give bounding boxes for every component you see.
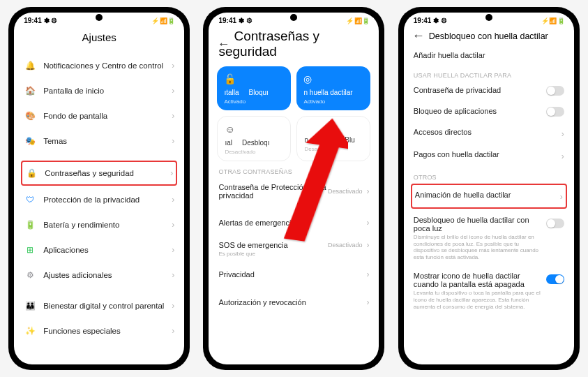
settings-row[interactable]: Alertas de emergencias › [209,212,379,234]
chevron-right-icon: › [172,111,174,121]
back-icon[interactable]: ← [412,29,425,43]
row-label: Protección de la privacidad [43,195,172,204]
chevron-right-icon: › [561,151,564,161]
chevron-right-icon: › [172,86,174,96]
settings-row[interactable]: 🎭 Temas › [14,128,184,154]
row-icon: 🎨 [24,110,36,122]
settings-row[interactable]: ⊞ Aplicaciones › [14,237,184,263]
screen-lock-card[interactable]: 🔓 ıtalla Bloquı Activado [217,66,291,110]
row-icon: 👪 [24,300,36,312]
settings-row[interactable]: 🔔 Notificaciones y Centro de control › [14,53,184,78]
toggle-row[interactable]: Mostrar icono de huella dactilar cuando … [404,266,574,316]
lock-cards-2: ☺ ıal Desbloqı Desactivado n dispositivo… [209,116,379,161]
fingerprint-content[interactable]: Añadir huella dactilar USAR HUELLA DACTI… [404,45,574,364]
fingerprint-card[interactable]: ◎ n huella dactilar Activado [296,66,370,110]
toggle-switch[interactable] [546,107,564,117]
row-label: Ajustes adicionales [43,271,172,279]
face-unlock-card[interactable]: ☺ ıal Desbloqı Desactivado [217,116,291,161]
back-icon[interactable]: ← [217,37,229,52]
screen-3: 19:41 ✽ ⚙ ⚡ 📶 🔋 ← Desbloqueo con huella … [404,13,574,364]
row-icon: ⚙ [24,269,36,281]
row-label: Batería y rendimiento [43,221,172,229]
row-label: Contraseñas y seguridad [45,169,170,177]
toggle-row[interactable]: Contraseña de privacidad [404,80,574,101]
toggle-switch[interactable] [546,86,564,96]
settings-row[interactable]: Pagos con huella dactilar › [404,145,574,167]
row-icon: 🛡 [24,193,36,206]
row-icon: 🎭 [24,135,36,147]
camera-notch [290,14,297,21]
chevron-right-icon: › [172,220,174,230]
section-label: OTROS [404,167,574,182]
chevron-right-icon: › [172,301,174,311]
settings-row[interactable]: SOS de emergencia Desactivado › Es posib… [209,234,379,263]
fingerprint-icon: ◎ [303,73,363,84]
toggle-switch[interactable] [546,274,564,284]
row-icon: ⊞ [24,244,36,256]
row-label: Temas [43,137,172,145]
chevron-right-icon: › [366,240,369,250]
chevron-right-icon: › [172,326,174,336]
chevron-right-icon: › [366,269,369,279]
unlock-icon: 🔓 [224,73,284,84]
screen-2: 19:41 ✽ ⚙ ⚡ 📶 🔋 ← Contraseñas y segurida… [209,13,379,364]
row-icon: ✨ [24,325,36,337]
settings-row[interactable]: 🏠 Pantalla de inicio › [14,78,184,103]
chevron-right-icon: › [170,168,173,178]
authorization-row[interactable]: Autorización y revocación › [209,291,379,313]
settings-row[interactable]: 👪 Bienestar digital y control parental › [14,293,184,318]
bluetooth-unlock-card[interactable]: n dispositivo Blu Desactivado [296,116,370,161]
section-label: USAR HUELLA DACTILAR PARA [404,65,574,80]
settings-list[interactable]: 🔔 Notificaciones y Centro de control › 🏠… [14,47,184,364]
camera-notch [96,14,103,21]
phone-3: 19:41 ✽ ⚙ ⚡ 📶 🔋 ← Desbloqueo con huella … [398,7,580,370]
settings-row[interactable]: 🛡 Protección de la privacidad › [14,187,184,212]
page-title: ← Contraseñas y seguridad [209,26,379,62]
lock-cards: 🔓 ıtalla Bloquı Activado ◎ n huella dact… [209,66,379,110]
face-icon: ☺ [225,124,283,135]
settings-row[interactable]: 🎨 Fondo de pantalla › [14,103,184,128]
phone-1: 19:41 ✽ ⚙ ⚡ 📶 🔋 Ajustes 🔔 Notificaciones… [8,7,190,370]
phone-2: 19:41 ✽ ⚙ ⚡ 📶 🔋 ← Contraseñas y segurida… [203,7,384,370]
chevron-right-icon: › [172,195,174,205]
chevron-right-icon: › [172,136,174,146]
row-label: Fondo de pantalla [43,112,172,120]
passwords-security-row[interactable]: 🔒 Contraseñas y seguridad › [21,161,177,186]
row-label: Aplicaciones [43,246,172,254]
settings-row[interactable]: Accesos directos › [404,122,574,145]
toggle-switch[interactable] [546,219,564,228]
chevron-right-icon: › [366,218,369,228]
settings-row[interactable]: 🔋 Batería y rendimiento › [14,212,184,237]
row-icon: 🔔 [24,59,36,72]
row-label: Pantalla de inicio [43,87,172,95]
row-label: Funciones especiales [43,327,172,335]
fingerprint-animation-row[interactable]: Animación de huella dactilar › [411,184,567,209]
row-icon: 🏠 [24,84,36,97]
toggle-row[interactable]: Bloqueo de aplicaciones [404,101,574,122]
settings-row[interactable]: ⚙ Ajustes adicionales › [14,263,184,288]
privacy-password-row[interactable]: Contraseña de Protección de la privacida… [209,177,379,206]
chevron-right-icon: › [172,61,174,71]
toggle-row[interactable]: Desbloqueo de huella dactilar con poca l… [404,210,574,266]
page-title: ← Desbloqueo con huella dactilar [404,26,574,45]
chevron-right-icon: › [366,297,369,307]
row-label: Bienestar digital y control parental [43,302,172,310]
settings-row[interactable]: Privacidad › [209,263,379,286]
chevron-right-icon: › [561,129,564,139]
chevron-right-icon: › [172,270,174,280]
chevron-right-icon: › [560,192,563,202]
camera-notch [485,14,492,21]
chevron-right-icon: › [366,186,369,196]
settings-row[interactable]: ✨ Funciones especiales › [14,318,184,343]
row-icon: 🔋 [24,219,36,231]
page-title: Ajustes [14,26,184,47]
row-label: Notificaciones y Centro de control [43,61,172,70]
chevron-right-icon: › [172,245,174,255]
add-fingerprint-row[interactable]: Añadir huella dactilar [404,45,574,65]
screen-1: 19:41 ✽ ⚙ ⚡ 📶 🔋 Ajustes 🔔 Notificaciones… [14,13,184,364]
security-content[interactable]: 🔓 ıtalla Bloquı Activado ◎ n huella dact… [209,62,379,364]
section-label: OTRAS CONTRASEÑAS [209,161,379,177]
lock-icon: 🔒 [25,167,38,179]
